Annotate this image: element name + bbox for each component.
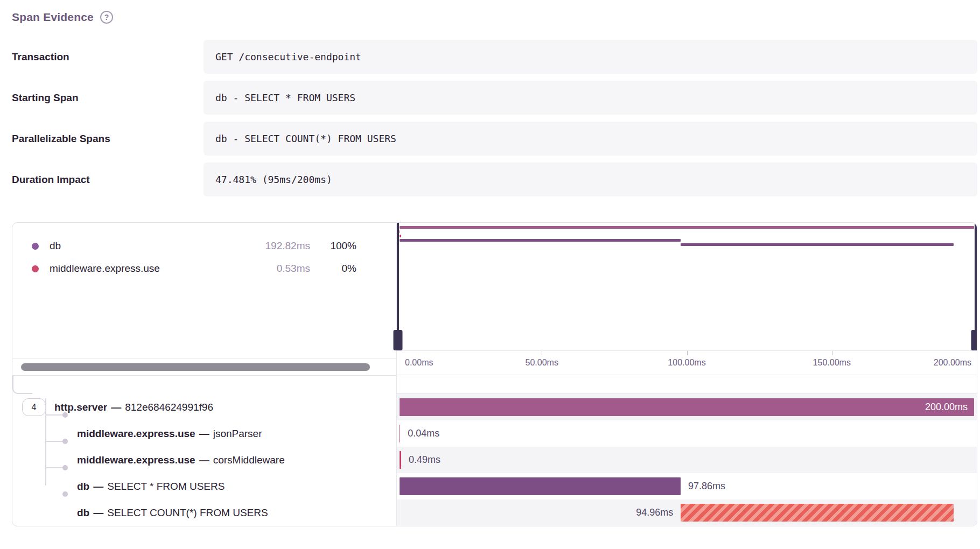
legend-op-duration: 192.82ms (240, 240, 310, 252)
horizontal-scrollbar[interactable] (21, 363, 370, 371)
duration-row-http-server[interactable]: 200.00ms (397, 394, 977, 420)
tree-node-dot (62, 465, 68, 470)
duration-row-json-parser[interactable]: 0.04ms (397, 420, 977, 447)
axis-label: 150.00ms (813, 358, 851, 368)
legend-item-middleware: middleware.express.use 0.53ms 0% (32, 257, 356, 280)
duration-bars: 200.00ms 0.04ms 0.49ms (397, 394, 977, 526)
axis-tick (687, 351, 688, 355)
field-label: Duration Impact (12, 174, 204, 186)
span-bar-select[interactable] (400, 477, 681, 495)
legend-op-name: middleware.express.use (50, 263, 240, 274)
span-op: middleware.express.use (77, 428, 195, 440)
legend-dot-db (32, 243, 39, 250)
legend-op-duration: 0.53ms (240, 263, 310, 274)
span-bar-count[interactable] (681, 504, 954, 522)
axis-tick (832, 351, 832, 355)
tree-scroll-zone (12, 358, 396, 376)
tree-connector-vertical (45, 398, 46, 485)
span-tree-column: db 192.82ms 100% middleware.express.use … (12, 223, 397, 526)
duration-scroll-zone (397, 375, 977, 394)
span-description: 812e684624991f96 (125, 402, 213, 413)
field-row-parallelizable-spans: Parallelizable Spans db - SELECT COUNT(*… (12, 122, 977, 156)
tree-node-dot (62, 439, 68, 444)
ops-legend: db 192.82ms 100% middleware.express.use … (12, 223, 396, 358)
tree-connector (45, 441, 65, 442)
axis-tick (542, 351, 542, 355)
duration-row-cors[interactable]: 0.49ms (397, 447, 977, 473)
minimap-left-grip[interactable] (394, 330, 403, 350)
span-duration-label: 0.49ms (409, 447, 440, 473)
span-bar-cors[interactable] (400, 451, 401, 469)
separator-dash: — (93, 481, 103, 492)
field-label: Starting Span (12, 92, 204, 104)
span-description: jsonParser (213, 428, 262, 440)
separator-dash: — (199, 428, 209, 440)
span-op: db (77, 481, 89, 492)
separator-dash: — (93, 507, 103, 519)
span-bar-http-server[interactable] (400, 398, 974, 416)
field-label: Transaction (12, 51, 204, 63)
page-title: Span Evidence (12, 11, 94, 24)
legend-op-percent: 100% (310, 240, 356, 252)
span-row-http-server[interactable]: 4 http.server — 812e684624991f96 (12, 394, 396, 420)
duration-column: 0.00ms 50.00ms 100.00ms 150.00ms 200.00m… (397, 223, 977, 526)
span-duration-label: 0.04ms (408, 420, 439, 447)
field-row-transaction: Transaction GET /consecutive-endpoint (12, 40, 977, 74)
trace-minimap[interactable] (397, 223, 977, 350)
legend-item-db: db 192.82ms 100% (32, 235, 356, 257)
field-row-duration-impact: Duration Impact 47.481% (95ms/200ms) (12, 163, 977, 196)
field-label: Parallelizable Spans (12, 133, 204, 145)
span-waterfall-panel: db 192.82ms 100% middleware.express.use … (12, 222, 977, 526)
legend-op-name: db (50, 240, 240, 252)
span-bar-json-parser[interactable] (400, 425, 400, 442)
help-icon[interactable]: ? (100, 11, 113, 24)
tree-connector (45, 414, 65, 416)
span-row-json-parser[interactable]: middleware.express.use — jsonParser (12, 420, 396, 447)
tree-connector (45, 467, 65, 468)
span-description: corsMiddleware (213, 454, 285, 466)
minimap-bar-cors (400, 235, 401, 237)
legend-dot-middleware (32, 265, 39, 272)
field-value: db - SELECT COUNT(*) FROM USERS (204, 122, 977, 156)
span-row-select-count-users[interactable]: db — SELECT COUNT(*) FROM USERS (12, 499, 396, 526)
field-value: db - SELECT * FROM USERS (204, 81, 977, 115)
minimap-bar-count (681, 243, 954, 246)
axis-label: 50.00ms (526, 358, 558, 368)
minimap-bar-http-server (400, 226, 974, 229)
axis-label: 100.00ms (668, 358, 705, 368)
span-tree: 4 http.server — 812e684624991f96 middlew… (12, 376, 396, 526)
span-row-select-users[interactable]: db — SELECT * FROM USERS (12, 473, 396, 499)
span-description: SELECT * FROM USERS (107, 481, 225, 492)
span-description: SELECT COUNT(*) FROM USERS (107, 507, 268, 519)
axis-label: 0.00ms (405, 358, 433, 368)
span-op: db (77, 507, 89, 519)
legend-op-percent: 0% (310, 263, 356, 274)
minimap-lanes (400, 223, 974, 350)
separator-dash: — (199, 454, 209, 466)
tree-node-dot (62, 491, 68, 497)
duration-row-count[interactable]: 94.96ms (397, 499, 977, 526)
field-value: 47.481% (95ms/200ms) (204, 163, 977, 196)
tree-connector-elbow (12, 376, 32, 394)
time-axis: 0.00ms 50.00ms 100.00ms 150.00ms 200.00m… (397, 350, 977, 375)
span-duration-label: 97.86ms (688, 473, 725, 499)
span-op: middleware.express.use (77, 454, 195, 466)
minimap-left-handle[interactable] (397, 223, 399, 350)
minimap-right-grip[interactable] (971, 330, 978, 350)
field-row-starting-span: Starting Span db - SELECT * FROM USERS (12, 81, 977, 115)
axis-label: 200.00ms (934, 358, 971, 368)
child-count-pill[interactable]: 4 (22, 398, 46, 416)
span-duration-label: 94.96ms (636, 499, 681, 526)
span-row-cors-middleware[interactable]: middleware.express.use — corsMiddleware (12, 447, 396, 473)
span-evidence-section: Span Evidence ? Transaction GET /consecu… (0, 0, 980, 526)
tree-node-dot (62, 412, 68, 418)
span-op: http.server (54, 402, 107, 413)
minimap-bar-select (400, 239, 681, 242)
separator-dash: — (111, 402, 121, 413)
section-header: Span Evidence ? (12, 11, 977, 24)
span-duration-label: 200.00ms (925, 394, 974, 420)
field-value: GET /consecutive-endpoint (204, 40, 977, 74)
minimap-bar-json-parser (400, 230, 400, 233)
minimap-right-handle[interactable] (975, 223, 977, 350)
duration-row-select[interactable]: 97.86ms (397, 473, 977, 499)
